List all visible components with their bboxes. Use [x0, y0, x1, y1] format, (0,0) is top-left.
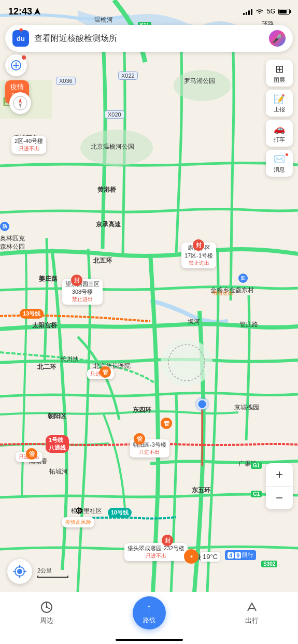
highway-g1-2: G1 [251, 491, 262, 497]
compass-icon [13, 96, 27, 110]
temperature-text: 19°C [201, 552, 220, 562]
nearby-button[interactable]: 周边 [40, 600, 53, 625]
signal-icon [243, 8, 252, 15]
search-bar[interactable]: du 📍 查看附近核酸检测场所 🎤 [5, 25, 293, 52]
my-location-icon [13, 565, 26, 578]
travel-label: 出行 [245, 616, 259, 625]
status-seal-fatou: 封 [162, 535, 173, 546]
prevention-right: 防 [238, 274, 248, 283]
taxi-label: 打车 [274, 136, 285, 144]
search-logo: du 📍 [12, 30, 29, 47]
scale-label: 2公里 [37, 567, 52, 575]
network-type: 5G [267, 8, 275, 15]
battery-icon [278, 9, 290, 15]
status-manage-nan: 管 [26, 448, 37, 460]
map-area[interactable]: EaS X036 X022 X020 S11 G1 G1 S302 温榆河 罗马… [0, 0, 298, 592]
scale-bar [37, 576, 68, 578]
layers-icon: ⊞ [275, 63, 284, 75]
travel-button[interactable]: 出行 [245, 600, 259, 625]
layers-label: 图层 [274, 76, 285, 84]
status-time: 12:43 [8, 6, 40, 17]
location-button[interactable] [7, 559, 32, 584]
home-indicator [116, 639, 183, 641]
status-seal-kangying: 封 [193, 239, 204, 251]
epidemic-icon: 疫情 [7, 82, 27, 92]
prevention-left: 防 [0, 222, 9, 231]
info-badge-temp: ☀ 19°C [184, 549, 220, 564]
report-icon: 📝 [274, 93, 285, 105]
message-button[interactable]: ✉️ 消息 [266, 150, 293, 177]
plus-button[interactable] [5, 54, 27, 76]
status-manage-center: 管 [161, 418, 172, 429]
notification-dot [22, 55, 26, 60]
travel-icon [245, 600, 259, 614]
plus-icon [11, 60, 21, 70]
epidemic-fatou: 垡头翠成馨园-232号楼 只进不出 [124, 543, 188, 561]
route-button[interactable]: ↑ 路线 [133, 596, 166, 629]
message-notification [285, 153, 289, 156]
layers-button[interactable]: ⊞ 图层 [266, 60, 293, 87]
svg-marker-16 [19, 103, 22, 108]
svg-marker-15 [19, 98, 22, 103]
road-x020: X020 [105, 110, 124, 119]
nearby-label: 周边 [40, 616, 53, 625]
location-arrow-icon [34, 8, 40, 15]
report-button[interactable]: 📝 上报 [266, 90, 293, 117]
status-bar: 12:43 5G [0, 0, 298, 23]
svg-point-7 [195, 397, 209, 411]
epidemic-songyu: 疫情高风险 [62, 517, 94, 527]
highway-s302: S302 [261, 561, 277, 567]
time-text: 12:43 [8, 6, 32, 17]
svg-point-17 [17, 569, 22, 574]
zoom-controls: + − [266, 463, 293, 509]
status-manage-chaoyang: 管 [134, 433, 145, 445]
svg-point-2 [80, 130, 153, 166]
voice-button[interactable]: 🎤 [269, 30, 286, 47]
status-icons: 5G [243, 8, 290, 15]
route-label: 路线 [143, 616, 155, 625]
scale-indicator: 2公里 [37, 567, 68, 578]
svg-marker-10 [34, 8, 40, 15]
zoom-in-button[interactable]: + [266, 463, 293, 486]
search-input[interactable]: 查看附近核酸检测场所 [34, 33, 264, 44]
svg-point-26 [46, 606, 48, 608]
message-label: 消息 [274, 166, 285, 174]
logo-text: du [17, 35, 25, 42]
taxi-icon: 🚗 [274, 123, 285, 135]
epidemic-tiantongyuan: 2区-40号楼 只进不出 [11, 136, 46, 154]
taxi-button[interactable]: 🚗 打车 [266, 120, 293, 147]
limited-entry: 有限进出 [212, 288, 233, 297]
svg-point-1 [174, 70, 231, 101]
line-badge-1: 1号线八通线 [46, 435, 69, 453]
road-x036: X036 [56, 77, 76, 85]
nearby-icon [40, 600, 53, 614]
highway-g1-1: G1 [251, 462, 262, 469]
line-badge-13: 13号线 [20, 309, 44, 319]
zoom-out-button[interactable]: − [266, 486, 293, 509]
bottom-navigation: 周边 ↑ 路线 出行 [0, 592, 298, 644]
road-x022: X022 [118, 71, 138, 80]
gear-epidemic-icon: ⚙ [75, 505, 83, 517]
message-icon: ✉️ [274, 153, 285, 165]
right-toolbar: ⊞ 图层 📝 上报 🚗 打车 ✉️ 消息 [266, 60, 293, 177]
microphone-icon: 🎤 [272, 34, 282, 44]
compass-button[interactable] [9, 92, 31, 114]
search-pin-icon: 📍 [17, 28, 25, 35]
route-arrow-icon: ↑ [146, 602, 152, 615]
status-manage-huaxin: 管 [100, 366, 111, 378]
restriction-badge: 4 9 限行 [225, 550, 256, 560]
temp-icon: ☀ [184, 549, 198, 564]
line-badge-10: 10号线 [108, 508, 132, 518]
status-seal-wangjing: 封 [71, 275, 82, 286]
report-label: 上报 [274, 106, 285, 113]
epidemic-wangjing: 望京西园三区 308号楼 禁止进出 [62, 279, 103, 305]
wifi-icon [256, 8, 264, 15]
